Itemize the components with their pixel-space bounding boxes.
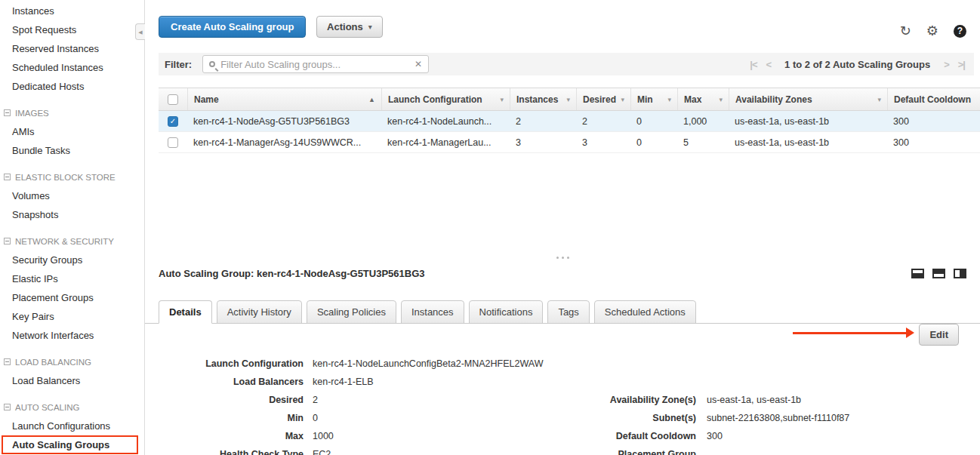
cell-max: 1,000	[677, 116, 729, 127]
field-label: Health Check Type	[145, 449, 304, 455]
first-page-button[interactable]: |<	[750, 59, 757, 70]
sidebar-section-network-security[interactable]: NETWORK & SECURITY	[0, 232, 140, 251]
cell-launch-configuration: ken-rc4-1-ManagerLau...	[381, 137, 510, 148]
tab-tags[interactable]: Tags	[547, 300, 589, 324]
prev-page-button[interactable]: <	[766, 59, 771, 70]
column-label: Default Cooldown	[894, 94, 971, 105]
field-row: Placement Group	[559, 449, 921, 455]
refresh-icon[interactable]: ↻	[900, 24, 911, 38]
clear-filter-icon[interactable]: ✕	[414, 59, 422, 69]
sidebar-section-auto-scaling[interactable]: AUTO SCALING	[0, 398, 140, 417]
row-checkbox[interactable]	[168, 137, 178, 148]
section-label: LOAD BALANCING	[15, 358, 91, 367]
cell-name: ken-rc4-1-ManagerAsg-14US9WWCR...	[187, 137, 381, 148]
filter-caret-icon: ▾	[663, 96, 671, 103]
cell-instances: 3	[510, 137, 576, 148]
column-header-default-cooldown[interactable]: Default Cooldown	[887, 88, 980, 110]
layout-bottom-pane-icon[interactable]	[932, 269, 945, 278]
actions-button[interactable]: Actions ▾	[316, 16, 383, 38]
filter-caret-icon: ▾	[616, 96, 624, 103]
sidebar-item-elastic-ips[interactable]: Elastic IPs	[0, 269, 140, 288]
sidebar-section-images[interactable]: IMAGES	[0, 103, 140, 122]
pane-resize-handle[interactable]	[145, 254, 980, 260]
sidebar-item-spot-requests[interactable]: Spot Requests	[0, 20, 140, 39]
tab-scaling-policies[interactable]: Scaling Policies	[307, 300, 396, 324]
field-row: Default Cooldown 300	[559, 431, 921, 449]
filter-caret-icon: ▾	[873, 96, 881, 103]
cell-availability-zones: us-east-1a, us-east-1b	[729, 137, 887, 148]
cell-availability-zones: us-east-1a, us-east-1b	[729, 116, 887, 127]
sidebar-item-amis[interactable]: AMIs	[0, 122, 140, 141]
gear-icon[interactable]: ⚙	[926, 24, 938, 38]
section-label: NETWORK & SECURITY	[15, 237, 114, 246]
actions-button-label: Actions	[327, 21, 363, 32]
sidebar-item-network-interfaces[interactable]: Network Interfaces	[0, 326, 140, 345]
sidebar-item-key-pairs[interactable]: Key Pairs	[0, 307, 140, 326]
select-all-checkbox-cell	[159, 88, 187, 110]
caret-down-icon: ▾	[368, 23, 372, 31]
sidebar-item-volumes[interactable]: Volumes	[0, 186, 140, 205]
column-label: Availability Zones	[735, 94, 812, 105]
create-auto-scaling-group-button[interactable]: Create Auto Scaling group	[159, 16, 306, 38]
layout-right-pane-icon[interactable]	[954, 269, 966, 278]
filter-caret-icon: ▾	[714, 96, 723, 103]
tab-instances[interactable]: Instances	[401, 300, 464, 324]
section-collapse-icon	[4, 109, 11, 116]
tab-details[interactable]: Details	[159, 300, 212, 324]
table-row[interactable]: ✓ ken-rc4-1-NodeAsg-G5TU3P561BG3 ken-rc4…	[159, 111, 980, 132]
cell-min: 0	[630, 137, 677, 148]
column-header-availability-zones[interactable]: Availability Zones ▾	[729, 88, 887, 110]
sidebar-section-elastic-block-store[interactable]: ELASTIC BLOCK STORE	[0, 168, 140, 186]
last-page-button[interactable]: >|	[958, 59, 965, 70]
section-label: AUTO SCALING	[15, 403, 79, 412]
sidebar-item-load-balancers[interactable]: Load Balancers	[0, 371, 140, 390]
column-header-launch-configuration[interactable]: Launch Configuration ▾	[381, 88, 510, 110]
cell-desired: 3	[576, 137, 630, 148]
main-panel: Create Auto Scaling group Actions ▾ ↻ ⚙ …	[145, 0, 980, 455]
tab-notifications[interactable]: Notifications	[469, 300, 544, 324]
field-value: ken-rc4-1-NodeLaunchConfigBeta2-MNA2HFEL…	[304, 358, 543, 370]
row-checkbox[interactable]: ✓	[168, 116, 178, 127]
select-all-checkbox[interactable]	[168, 94, 178, 105]
sidebar-item-snapshots[interactable]: Snapshots	[0, 205, 140, 224]
field-row: Health Check Type EC2	[145, 449, 568, 455]
column-label: Desired	[583, 94, 616, 105]
field-row: Desired 2	[145, 395, 568, 413]
table-row[interactable]: ken-rc4-1-ManagerAsg-14US9WWCR... ken-rc…	[159, 132, 980, 153]
column-header-desired[interactable]: Desired ▾	[576, 88, 630, 110]
filter-caret-icon: ▾	[562, 96, 570, 103]
field-value: subnet-22163808,subnet-f1110f87	[696, 413, 849, 424]
field-label: Max	[145, 431, 304, 442]
layout-top-pane-icon[interactable]	[911, 269, 924, 278]
sidebar-item-placement-groups[interactable]: Placement Groups	[0, 288, 140, 307]
help-icon[interactable]: ?	[954, 25, 966, 38]
section-collapse-icon	[4, 238, 11, 244]
sidebar-collapse-button[interactable]: ◀	[135, 23, 145, 40]
section-collapse-icon	[4, 404, 11, 410]
sidebar-item-reserved-instances[interactable]: Reserved Instances	[0, 39, 140, 58]
field-row: Max 1000	[145, 431, 568, 449]
tab-activity-history[interactable]: Activity History	[217, 300, 302, 324]
column-header-max[interactable]: Max ▾	[677, 88, 729, 110]
sidebar-item-instances[interactable]: Instances	[0, 2, 140, 20]
sidebar-item-bundle-tasks[interactable]: Bundle Tasks	[0, 141, 140, 160]
column-header-instances[interactable]: Instances ▾	[510, 88, 576, 110]
sidebar-item-launch-configurations[interactable]: Launch Configurations	[0, 417, 140, 435]
column-header-min[interactable]: Min ▾	[630, 88, 677, 110]
drag-dot	[567, 257, 569, 259]
sidebar-item-auto-scaling-groups[interactable]: Auto Scaling Groups	[2, 435, 138, 454]
filter-input[interactable]	[220, 59, 409, 70]
checkbox-cell	[159, 137, 187, 148]
sidebar-item-dedicated-hosts[interactable]: Dedicated Hosts	[0, 77, 140, 96]
sidebar-item-security-groups[interactable]: Security Groups	[0, 251, 140, 269]
cell-instances: 2	[510, 116, 576, 127]
sidebar-section-load-balancing[interactable]: LOAD BALANCING	[0, 352, 140, 371]
section-collapse-icon	[4, 358, 11, 365]
field-label: Load Balancers	[145, 377, 304, 388]
next-page-button[interactable]: >	[944, 59, 949, 70]
field-value: 1000	[304, 431, 334, 442]
column-header-name[interactable]: Name ▲	[187, 88, 381, 110]
filter-label: Filter:	[165, 59, 192, 70]
tab-scheduled-actions[interactable]: Scheduled Actions	[594, 300, 696, 324]
sidebar-item-scheduled-instances[interactable]: Scheduled Instances	[0, 58, 140, 77]
